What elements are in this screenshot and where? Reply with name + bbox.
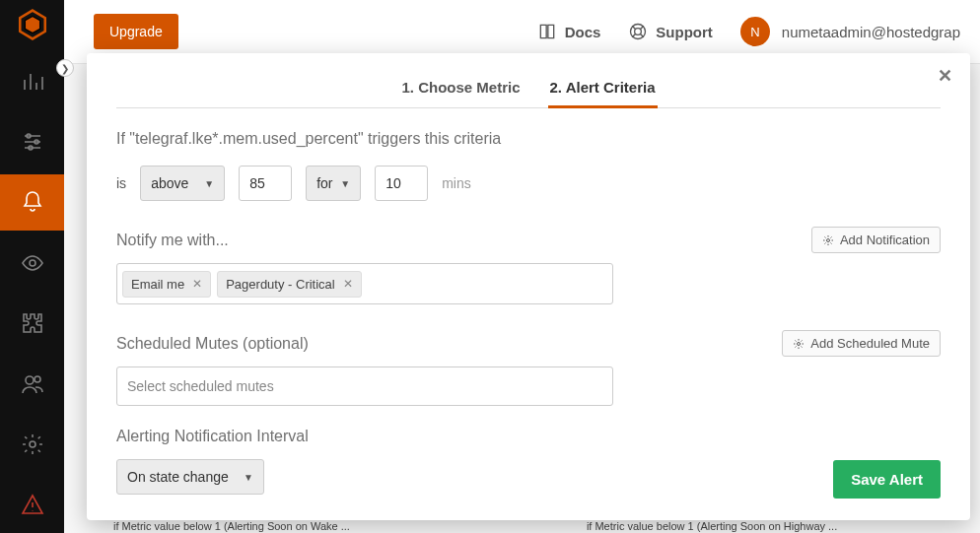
brand-logo[interactable] — [16, 8, 49, 41]
chip-label: Pagerduty - Critical — [226, 277, 335, 292]
bar-chart-icon — [21, 70, 44, 94]
nav-metrics[interactable] — [0, 113, 64, 169]
chevron-down-icon: ▼ — [204, 178, 214, 189]
notify-title: Notify me with... — [116, 232, 229, 249]
docs-label: Docs — [565, 24, 601, 40]
nav-integrations[interactable] — [0, 296, 64, 352]
nav-alerts[interactable] — [0, 174, 64, 231]
interval-title: Alerting Notification Interval — [116, 428, 941, 445]
chevron-right-icon: ❯ — [61, 63, 69, 74]
wizard-steps: 1. Choose Metric 2. Alert Criteria — [116, 73, 941, 108]
nav-dashboards[interactable] — [0, 53, 64, 109]
criteria-sentence: If "telegraf.lke*.mem.used_percent" trig… — [116, 130, 941, 148]
alert-triangle-icon — [21, 493, 44, 516]
chip-pagerduty-critical[interactable]: Pagerduty - Critical ✕ — [217, 271, 362, 298]
comparator-select[interactable]: above ▼ — [140, 166, 225, 201]
step-choose-metric[interactable]: 1. Choose Metric — [399, 73, 522, 107]
upgrade-button[interactable]: Upgrade — [94, 14, 178, 49]
nav-views[interactable] — [0, 234, 64, 291]
book-icon — [537, 22, 557, 41]
window-value: for — [316, 175, 332, 191]
add-scheduled-mute-label: Add Scheduled Mute — [810, 336, 930, 351]
avatar[interactable]: N — [740, 17, 770, 46]
support-label: Support — [656, 24, 713, 40]
notification-interval-select[interactable]: On state change ▼ — [116, 459, 264, 495]
docs-link[interactable]: Docs — [537, 22, 601, 41]
mins-label: mins — [442, 175, 471, 191]
window-select[interactable]: for ▼ — [306, 166, 361, 201]
chip-email-me[interactable]: Email me ✕ — [122, 271, 211, 298]
add-notification-label: Add Notification — [840, 233, 930, 247]
chip-label: Email me — [131, 277, 184, 292]
bell-icon — [21, 190, 44, 214]
svg-point-11 — [826, 238, 829, 241]
backdrop-hint-right: if Metric value below 1 (Alerting Soon o… — [587, 520, 837, 533]
chip-remove-icon[interactable]: ✕ — [343, 277, 353, 291]
sliders-icon — [21, 130, 44, 154]
sidebar-expand-handle[interactable]: ❯ — [56, 59, 74, 77]
lifebuoy-icon — [628, 22, 648, 41]
support-link[interactable]: Support — [628, 22, 713, 41]
comparator-value: above — [151, 175, 188, 191]
nav-team[interactable] — [0, 356, 64, 412]
interval-value: On state change — [127, 469, 229, 485]
hexagon-logo-icon — [16, 8, 49, 41]
scheduled-mutes-input[interactable]: Select scheduled mutes — [116, 366, 613, 406]
nav-status[interactable] — [0, 477, 64, 533]
modal-close-button[interactable]: ✕ — [938, 65, 952, 87]
svg-point-12 — [798, 342, 801, 345]
notification-channels-input[interactable]: Email me ✕ Pagerduty - Critical ✕ — [116, 263, 613, 304]
svg-marker-1 — [25, 17, 39, 33]
criteria-row: is above ▼ 85 for ▼ 10 mins — [116, 166, 941, 201]
threshold-input[interactable]: 85 — [239, 166, 292, 201]
chevron-down-icon: ▼ — [340, 178, 350, 189]
svg-point-5 — [30, 260, 35, 266]
add-scheduled-mute-button[interactable]: Add Scheduled Mute — [782, 330, 941, 357]
save-alert-button[interactable]: Save Alert — [833, 460, 941, 499]
svg-point-7 — [35, 376, 40, 382]
username-label[interactable]: numetaadmin@hostedgrap — [782, 24, 960, 40]
puzzle-icon — [21, 311, 44, 335]
svg-point-6 — [26, 376, 34, 384]
scheduled-mutes-title: Scheduled Mutes (optional) — [116, 335, 309, 353]
is-label: is — [116, 175, 126, 191]
users-icon — [21, 372, 44, 396]
gear-icon — [822, 234, 834, 246]
svg-point-10 — [635, 29, 642, 35]
sidebar — [0, 0, 64, 533]
eye-icon — [21, 251, 44, 275]
add-notification-button[interactable]: Add Notification — [811, 227, 941, 253]
chip-remove-icon[interactable]: ✕ — [192, 277, 202, 291]
nav-settings[interactable] — [0, 416, 64, 472]
svg-point-8 — [30, 441, 35, 447]
scheduled-mutes-placeholder: Select scheduled mutes — [127, 378, 274, 394]
chevron-down-icon: ▼ — [244, 472, 253, 483]
backdrop-hint-left: if Metric value below 1 (Alerting Soon o… — [113, 520, 350, 533]
duration-input[interactable]: 10 — [375, 166, 428, 201]
alert-config-modal: ✕ 1. Choose Metric 2. Alert Criteria If … — [87, 53, 970, 520]
step-alert-criteria[interactable]: 2. Alert Criteria — [548, 73, 658, 107]
gear-icon — [793, 338, 805, 350]
gear-icon — [21, 433, 44, 456]
